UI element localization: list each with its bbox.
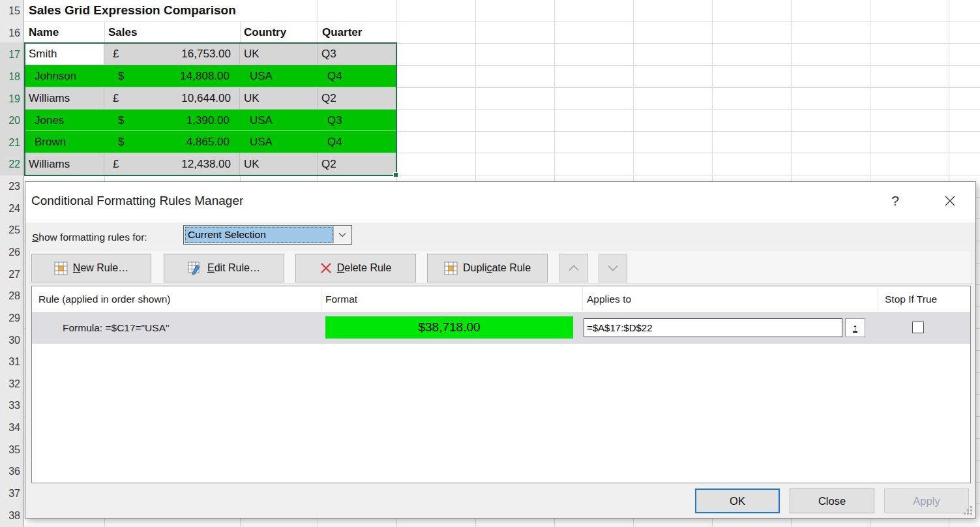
cell-c20[interactable]: USA [240, 110, 318, 132]
cell-a20[interactable]: Jones [25, 110, 104, 132]
row-number[interactable]: 27 [0, 264, 20, 286]
duplicate-rule-button[interactable]: Duplicate Rule [427, 254, 548, 282]
sheet-title-cell[interactable]: Sales Grid Expression Comparison [29, 0, 236, 22]
new-rule-button[interactable]: New Rule… [31, 254, 151, 282]
chevron-down-icon[interactable] [333, 226, 351, 243]
row-number[interactable]: 31 [0, 351, 20, 373]
delete-rule-button[interactable]: Delete Rule [295, 254, 416, 282]
column-separator [878, 288, 878, 310]
range-picker-button[interactable]: ↑ [845, 318, 865, 337]
column-header-country[interactable]: Country [244, 22, 286, 44]
cell-b17[interactable]: £16,753.00 [104, 43, 240, 65]
dialog-titlebar: Conditional Formatting Rules Manager ? [25, 182, 975, 222]
amount: 12,438.00 [119, 153, 239, 175]
resize-grip[interactable] [963, 505, 972, 515]
show-rules-label: Show formatting rules for: [32, 228, 147, 247]
cell-c17[interactable]: UK [240, 43, 318, 65]
row-number[interactable]: 35 [0, 439, 20, 461]
ok-button[interactable]: OK [695, 489, 780, 513]
row-number[interactable]: 30 [0, 329, 20, 352]
cell-b22[interactable]: £12,438.00 [104, 153, 240, 175]
dropdown-selected-value: Current Selection [185, 226, 333, 243]
fill-handle[interactable] [393, 172, 398, 177]
button-label: Dupli [463, 262, 486, 273]
cell-b21[interactable]: $4,865.00 [104, 131, 240, 153]
cell-b19[interactable]: £10,644.00 [104, 87, 240, 110]
apply-button[interactable]: Apply [884, 489, 969, 513]
column-header-sales[interactable]: Sales [108, 22, 137, 44]
row-number[interactable]: 28 [0, 285, 20, 307]
row-number[interactable]: 18 [0, 66, 20, 88]
cell-b20[interactable]: $1,390.00 [104, 110, 240, 132]
row-number[interactable]: 20 [0, 110, 20, 132]
close-button[interactable]: Close [790, 489, 874, 513]
rule-format-preview[interactable]: $38,718.00 [325, 316, 573, 339]
move-rule-down-button[interactable] [599, 254, 627, 282]
row-number[interactable]: 15 [0, 0, 20, 22]
cell-d21[interactable]: Q4 [318, 131, 396, 153]
row-number[interactable]: 22 [0, 153, 20, 175]
cell-c19[interactable]: UK [240, 87, 318, 110]
row-number[interactable]: 29 [0, 307, 20, 329]
chevron-up-icon [569, 265, 579, 271]
row-number[interactable]: 21 [0, 132, 20, 154]
button-accelerator: N [73, 262, 81, 273]
row-number[interactable]: 19 [0, 88, 20, 110]
row-number[interactable]: 26 [0, 241, 20, 264]
table-row: Jones $1,390.00 USA Q3 [25, 110, 396, 132]
cell-d17[interactable]: Q3 [318, 43, 396, 65]
row-number[interactable]: 38 [0, 505, 20, 527]
cell-c21[interactable]: USA [240, 131, 318, 153]
row-header-column: 15 16 17 18 19 20 21 22 23 24 25 26 27 2… [0, 0, 24, 527]
table-row: Brown $4,865.00 USA Q4 [25, 131, 396, 153]
cell-a18[interactable]: Johnson [25, 65, 104, 87]
table-row: Johnson $14,808.00 USA Q4 [25, 65, 396, 87]
show-rules-dropdown[interactable]: Current Selection [183, 225, 352, 245]
amount: 16,753.00 [119, 43, 239, 65]
move-rule-up-button[interactable] [559, 254, 588, 282]
column-header-quarter[interactable]: Quarter [322, 22, 362, 44]
cf-rules-manager-dialog: Conditional Formatting Rules Manager ? S… [25, 181, 976, 519]
row-number[interactable]: 36 [0, 460, 20, 483]
table-row: Williams £10,644.00 UK Q2 [25, 87, 396, 110]
applies-to-input[interactable] [584, 318, 842, 337]
edit-rule-button[interactable]: Edit Rule… [164, 254, 284, 282]
row-number[interactable]: 33 [0, 395, 20, 417]
button-accelerator: D [337, 262, 345, 273]
applies-column-header: Applies to [587, 286, 631, 312]
row-number[interactable]: 32 [0, 373, 20, 395]
row-number[interactable]: 17 [0, 44, 20, 66]
rule-row[interactable]: Formula: =$C17="USA" $38,718.00 ↑ [32, 312, 970, 344]
cell-a22[interactable]: Williams [25, 153, 104, 175]
format-column-header: Format [325, 286, 357, 312]
cell-a19[interactable]: Williams [25, 87, 104, 110]
cell-c18[interactable]: USA [240, 65, 318, 87]
button-label: dit Rule… [215, 262, 260, 273]
row-number[interactable]: 16 [0, 22, 20, 44]
rule-formula-text: Formula: =$C17="USA" [63, 312, 170, 344]
stop-if-true-checkbox[interactable] [912, 322, 924, 333]
cell-d22[interactable]: Q2 [318, 153, 396, 175]
column-separator [321, 288, 321, 310]
cell-b18[interactable]: $14,808.00 [104, 65, 240, 87]
cell-d18[interactable]: Q4 [318, 65, 396, 87]
button-accelerator: E [207, 262, 215, 273]
help-icon[interactable]: ? [885, 191, 905, 211]
cell-d20[interactable]: Q3 [318, 110, 396, 132]
amount: 14,808.00 [124, 65, 240, 87]
row-number[interactable]: 23 [0, 175, 20, 198]
cell-a17[interactable]: Smith [25, 43, 104, 65]
row-number[interactable]: 37 [0, 483, 20, 505]
row-number[interactable]: 34 [0, 417, 20, 439]
row-number[interactable]: 25 [0, 219, 20, 241]
close-icon[interactable] [939, 191, 961, 211]
cell-c22[interactable]: UK [240, 153, 318, 175]
new-rule-grid-icon [54, 262, 68, 275]
cell-a21[interactable]: Brown [25, 131, 104, 153]
rules-list-panel: Rule (applied in order shown) Format App… [31, 286, 971, 483]
currency-symbol: $ [104, 65, 124, 87]
row-number[interactable]: 24 [0, 198, 20, 220]
column-header-name[interactable]: Name [29, 22, 59, 44]
cell-d19[interactable]: Q2 [318, 87, 396, 110]
currency-symbol: £ [104, 43, 119, 65]
